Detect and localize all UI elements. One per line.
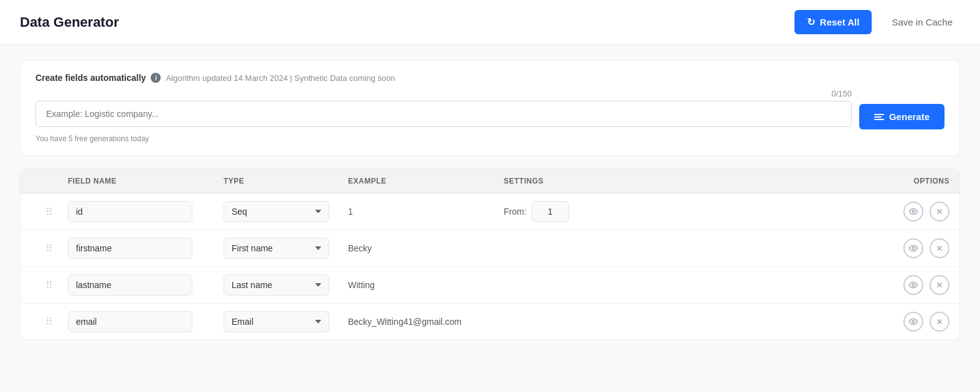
type-cell: First name — [224, 238, 348, 259]
main-content: Create fields automatically i Algorithm … — [0, 45, 980, 355]
th-field-name: FIELD NAME — [68, 177, 224, 185]
page-title: Data Generator — [20, 14, 119, 30]
free-gen-note: You have 5 free generations today — [35, 134, 945, 143]
th-settings: SETTINGS — [504, 177, 875, 185]
options-cell — [875, 202, 949, 222]
type-select[interactable]: First name — [224, 238, 329, 259]
generate-button[interactable]: Generate — [859, 104, 945, 129]
th-options: OPTIONS — [875, 177, 949, 185]
visibility-toggle-button[interactable] — [903, 202, 923, 222]
table-row: ⠿ Email Becky_Witting41@gmail.com — [21, 304, 959, 340]
field-name-input[interactable] — [68, 311, 192, 332]
type-select[interactable]: Email — [224, 311, 329, 332]
drag-handle[interactable]: ⠿ — [31, 279, 68, 291]
table-header: FIELD NAME TYPE EXAMPLE SETTINGS OPTIONS — [21, 169, 959, 194]
eye-icon — [908, 243, 918, 253]
visibility-toggle-button[interactable] — [903, 238, 923, 258]
close-icon — [935, 207, 944, 216]
auto-generate-section: Create fields automatically i Algorithm … — [20, 60, 960, 156]
close-icon — [935, 244, 944, 253]
settings-from-input[interactable] — [532, 201, 569, 222]
generate-bars-icon — [874, 114, 884, 120]
close-icon — [935, 281, 944, 289]
th-type: TYPE — [224, 177, 348, 185]
example-cell: 1 — [348, 207, 504, 217]
table-row: ⠿ Last name Witting — [21, 267, 959, 304]
remove-row-button[interactable] — [930, 312, 949, 332]
options-cell — [875, 312, 949, 332]
example-cell: Becky_Witting41@gmail.com — [348, 317, 504, 327]
svg-point-6 — [912, 284, 915, 286]
remove-row-button[interactable] — [930, 238, 949, 258]
type-cell: Email — [224, 311, 348, 332]
char-count: 0/150 — [35, 89, 852, 98]
type-cell: Seq — [224, 201, 348, 222]
settings-cell: From: — [504, 201, 875, 222]
type-select[interactable]: Last name — [224, 274, 329, 296]
type-select[interactable]: Seq — [224, 201, 329, 222]
field-name-cell — [68, 311, 224, 332]
save-cache-button[interactable]: Save in Cache — [884, 12, 960, 32]
generate-input[interactable] — [35, 101, 852, 127]
visibility-toggle-button[interactable] — [903, 275, 923, 295]
eye-icon — [908, 317, 918, 327]
eye-icon — [908, 207, 918, 217]
field-name-cell — [68, 274, 224, 296]
remove-row-button[interactable] — [930, 275, 949, 295]
drag-handle[interactable]: ⠿ — [31, 243, 68, 254]
header-actions: ↻ Reset All Save in Cache — [794, 10, 960, 34]
close-icon — [935, 317, 944, 326]
options-cell — [875, 238, 949, 258]
settings-label: From: — [504, 207, 527, 217]
visibility-toggle-button[interactable] — [903, 312, 923, 332]
svg-point-0 — [912, 210, 915, 213]
th-example: EXAMPLE — [348, 177, 504, 185]
svg-point-9 — [912, 320, 915, 323]
field-name-input[interactable] — [68, 274, 192, 296]
remove-row-button[interactable] — [930, 202, 949, 222]
field-name-cell — [68, 201, 224, 222]
algo-note: Algorithm updated 14 March 2024 | Synthe… — [166, 73, 395, 83]
fields-table: FIELD NAME TYPE EXAMPLE SETTINGS OPTIONS… — [20, 169, 960, 340]
table-row: ⠿ Seq 1 From: — [21, 194, 959, 230]
field-name-input[interactable] — [68, 238, 192, 259]
eye-icon — [908, 280, 918, 290]
info-icon[interactable]: i — [151, 73, 161, 83]
example-cell: Becky — [348, 243, 504, 253]
th-drag — [31, 177, 68, 185]
reset-all-button[interactable]: ↻ Reset All — [794, 10, 872, 34]
field-name-cell — [68, 238, 224, 259]
drag-handle[interactable]: ⠿ — [31, 206, 68, 218]
svg-point-3 — [912, 247, 915, 250]
field-name-input[interactable] — [68, 201, 192, 222]
options-cell — [875, 275, 949, 295]
reset-icon: ↻ — [807, 16, 815, 28]
example-cell: Witting — [348, 280, 504, 290]
type-cell: Last name — [224, 274, 348, 296]
table-row: ⠿ First name Becky — [21, 230, 959, 267]
auto-generate-label: Create fields automatically i Algorithm … — [35, 73, 945, 83]
app-header: Data Generator ↻ Reset All Save in Cache — [0, 0, 980, 45]
drag-handle[interactable]: ⠿ — [31, 316, 68, 328]
